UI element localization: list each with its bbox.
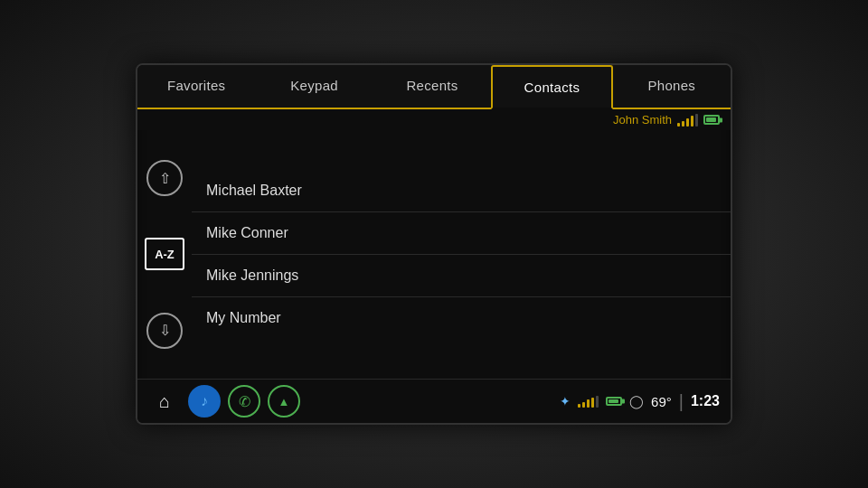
location-icon: ◯ [629,394,644,408]
signal-bar-5 [695,114,698,127]
navigation-icon: ▲ [278,395,290,408]
nav-phone-button[interactable]: ✆ [228,385,260,418]
nav-music-button[interactable]: ♪ [188,385,221,418]
nav-navigation-button[interactable]: ▲ [268,385,300,418]
tab-bar: Favorites Keypad Recents Contacts Phones [137,65,731,109]
nav-signal-bar-3 [587,399,590,408]
tab-favorites[interactable]: Favorites [137,65,255,108]
scroll-up-button[interactable]: ⇧ [146,160,183,196]
nav-left: ⌂ ♪ ✆ ▲ [148,385,300,418]
nav-signal-bar-4 [591,398,594,408]
home-icon: ⌂ [159,391,170,412]
status-user: John Smith [613,113,720,127]
scroll-down-button[interactable]: ⇩ [146,313,183,349]
az-sort-button[interactable]: A-Z [145,238,184,270]
battery-icon [703,115,720,125]
contact-item-3[interactable]: My Number [192,297,731,339]
contact-item-2[interactable]: Mike Jennings [192,255,731,297]
screen: Favorites Keypad Recents Contacts Phones… [136,63,732,425]
tab-phones[interactable]: Phones [613,65,731,108]
signal-bar-2 [682,121,684,127]
tab-recents[interactable]: Recents [373,65,491,108]
content-area: ⇧ A-Z ⇩ Michael Baxter Mike Conner Mike … [137,130,731,379]
nav-signal-bars [578,395,599,408]
nav-signal-bar-5 [596,396,599,408]
chevron-down-icon: ⇩ [159,322,171,339]
temperature-display: 69° [651,394,672,409]
contact-list: Michael Baxter Mike Conner Mike Jennings… [192,130,731,379]
nav-right: ✦ ◯ 69° | 1:23 [560,391,720,412]
music-icon: ♪ [201,393,208,409]
nav-signal-bar-1 [578,404,580,408]
nav-battery-icon [606,397,622,406]
nav-signal-bar-2 [582,402,585,408]
time-display: 1:23 [691,393,720,409]
chevron-up-icon: ⇧ [159,170,171,187]
bluetooth-icon: ✦ [560,394,571,408]
status-bar: John Smith [137,109,731,130]
battery-fill [706,117,716,122]
signal-bar-1 [677,123,680,127]
nav-home-button[interactable]: ⌂ [148,385,181,418]
divider: | [679,391,684,412]
nav-battery-fill [609,399,618,403]
signal-bars [677,114,698,127]
az-label: A-Z [155,248,175,261]
contact-item-1[interactable]: Mike Conner [192,212,731,255]
bottom-nav: ⌂ ♪ ✆ ▲ ✦ [137,379,731,423]
car-frame: Favorites Keypad Recents Contacts Phones… [0,0,868,488]
signal-bar-4 [691,116,693,127]
contact-item-0[interactable]: Michael Baxter [192,170,731,212]
status-username: John Smith [613,113,672,127]
tab-contacts[interactable]: Contacts [491,65,612,109]
tab-keypad[interactable]: Keypad [255,65,373,108]
left-controls: ⇧ A-Z ⇩ [137,130,192,379]
phone-icon: ✆ [239,393,250,410]
signal-bar-3 [686,118,689,127]
